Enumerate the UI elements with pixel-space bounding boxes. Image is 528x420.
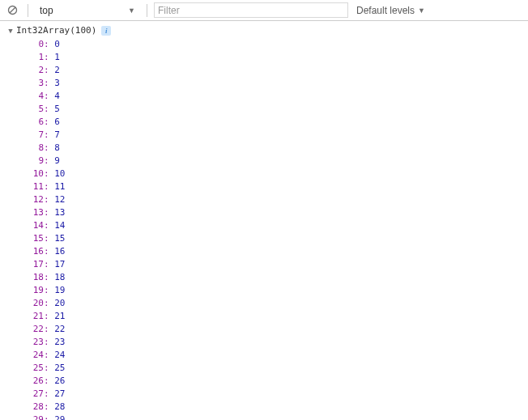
entry-index: 23 — [32, 337, 44, 348]
entry-index: 16 — [32, 246, 44, 257]
array-entry[interactable]: 18: 18 — [32, 272, 528, 285]
entry-value: 1 — [54, 52, 60, 62]
clear-console-icon[interactable] — [6, 5, 18, 16]
entry-colon: : — [44, 363, 54, 373]
entry-value: 28 — [54, 401, 65, 412]
array-entry[interactable]: 22: 22 — [32, 324, 528, 337]
entry-index: 2 — [32, 65, 44, 76]
chevron-down-icon: ▼ — [128, 6, 135, 15]
entry-value: 3 — [54, 78, 60, 88]
entry-index: 17 — [32, 259, 44, 270]
entry-value: 17 — [54, 259, 65, 269]
entry-colon: : — [44, 272, 54, 282]
entry-value: 18 — [54, 272, 65, 282]
array-entry[interactable]: 12: 12 — [32, 194, 528, 207]
array-entry[interactable]: 25: 25 — [32, 363, 528, 375]
array-entry[interactable]: 19: 19 — [32, 285, 528, 298]
toolbar-separator — [147, 4, 147, 17]
array-entry[interactable]: 4: 4 — [32, 91, 528, 104]
array-entry[interactable]: 6: 6 — [32, 117, 528, 129]
entry-index: 18 — [32, 272, 44, 283]
entry-value: 26 — [54, 375, 65, 386]
context-selector[interactable]: top ▼ — [35, 2, 140, 19]
array-entry[interactable]: 5: 5 — [32, 104, 528, 117]
array-entry[interactable]: 29: 29 — [32, 414, 528, 420]
entry-index: 25 — [32, 363, 44, 374]
entry-colon: : — [44, 104, 54, 114]
entry-index: 27 — [32, 388, 44, 400]
log-levels-label: Default levels — [356, 5, 415, 16]
entry-value: 22 — [54, 324, 65, 334]
array-entry[interactable]: 16: 16 — [32, 246, 528, 259]
array-entry[interactable]: 9: 9 — [32, 155, 528, 168]
array-entry[interactable]: 14: 14 — [32, 220, 528, 233]
entry-value: 25 — [54, 363, 65, 373]
entry-colon: : — [44, 350, 54, 360]
entry-index: 28 — [32, 401, 44, 413]
entry-value: 21 — [54, 311, 65, 321]
chevron-down-icon: ▼ — [418, 6, 425, 15]
entry-index: 13 — [32, 207, 44, 218]
array-entry[interactable]: 0: 0 — [32, 39, 528, 52]
entry-value: 9 — [54, 155, 60, 166]
console-toolbar: top ▼ Default levels ▼ — [0, 0, 528, 21]
entry-index: 5 — [32, 104, 44, 115]
svg-line-1 — [9, 7, 15, 13]
array-entry[interactable]: 21: 21 — [32, 311, 528, 324]
entry-value: 23 — [54, 337, 65, 347]
array-entry[interactable]: 1: 1 — [32, 52, 528, 65]
object-header[interactable]: ▼ Int32Array(100) i — [6, 24, 528, 37]
array-entry[interactable]: 15: 15 — [32, 233, 528, 246]
entry-value: 14 — [54, 220, 65, 231]
array-entry[interactable]: 10: 10 — [32, 168, 528, 181]
entry-colon: : — [44, 298, 54, 308]
array-entry[interactable]: 24: 24 — [32, 350, 528, 363]
array-entry[interactable]: 3: 3 — [32, 78, 528, 91]
console-output: ▼ Int32Array(100) i 0: 01: 12: 23: 34: 4… — [0, 21, 528, 420]
disclosure-triangle-icon[interactable]: ▼ — [6, 25, 15, 36]
array-entry[interactable]: 8: 8 — [32, 142, 528, 155]
entry-value: 15 — [54, 233, 65, 244]
entry-index: 26 — [32, 375, 44, 387]
entry-index: 15 — [32, 233, 44, 244]
entry-colon: : — [44, 337, 54, 347]
array-entry[interactable]: 7: 7 — [32, 129, 528, 142]
entry-value: 10 — [54, 168, 65, 179]
entry-value: 11 — [54, 181, 65, 192]
entry-colon: : — [44, 91, 54, 101]
array-entry[interactable]: 27: 27 — [32, 388, 528, 401]
entry-colon: : — [44, 155, 54, 166]
entry-index: 7 — [32, 129, 44, 141]
entry-value: 7 — [54, 129, 60, 140]
array-entry[interactable]: 2: 2 — [32, 65, 528, 78]
entry-value: 24 — [54, 350, 65, 360]
entry-value: 13 — [54, 207, 65, 218]
entry-colon: : — [44, 375, 54, 386]
entry-index: 29 — [32, 414, 44, 420]
array-entry[interactable]: 11: 11 — [32, 181, 528, 194]
array-entry[interactable]: 13: 13 — [32, 207, 528, 220]
entry-colon: : — [44, 39, 54, 49]
entry-colon: : — [44, 311, 54, 321]
array-entry[interactable]: 26: 26 — [32, 375, 528, 388]
entry-colon: : — [44, 65, 54, 75]
info-icon[interactable]: i — [101, 26, 111, 36]
entry-colon: : — [44, 142, 54, 153]
object-entries: 0: 01: 12: 23: 34: 45: 56: 67: 78: 89: 9… — [32, 39, 528, 420]
entry-value: 20 — [54, 298, 65, 308]
array-entry[interactable]: 20: 20 — [32, 298, 528, 311]
array-entry[interactable]: 17: 17 — [32, 259, 528, 272]
entry-value: 0 — [54, 39, 60, 49]
log-levels-selector[interactable]: Default levels ▼ — [351, 5, 430, 16]
entry-value: 29 — [54, 414, 65, 420]
entry-index: 20 — [32, 298, 44, 309]
entry-colon: : — [44, 388, 54, 399]
entry-value: 4 — [54, 91, 60, 101]
filter-input[interactable] — [154, 2, 348, 18]
array-entry[interactable]: 28: 28 — [32, 401, 528, 414]
entry-colon: : — [44, 129, 54, 140]
context-label: top — [40, 5, 53, 16]
entry-value: 8 — [54, 142, 60, 153]
array-entry[interactable]: 23: 23 — [32, 337, 528, 350]
entry-colon: : — [44, 78, 54, 88]
